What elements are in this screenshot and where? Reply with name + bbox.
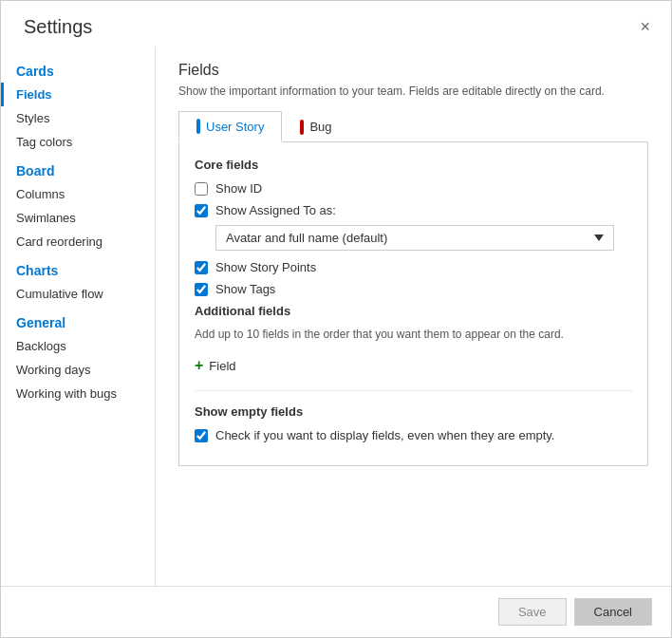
cancel-button[interactable]: Cancel (574, 598, 652, 626)
show-tags-checkbox[interactable] (195, 283, 208, 296)
show-story-points-label: Show Story Points (215, 260, 316, 274)
show-story-points-checkbox[interactable] (195, 261, 208, 274)
add-field-button[interactable]: + Field (195, 354, 236, 377)
sidebar-item-cumulative-flow[interactable]: Cumulative flow (1, 282, 155, 306)
show-id-row: Show ID (195, 181, 632, 196)
show-empty-checkbox[interactable] (195, 429, 208, 442)
tab-user-story-label: User Story (206, 120, 264, 134)
show-empty-desc: Check if you want to display fields, eve… (215, 428, 554, 442)
main-description: Show the important information to your t… (178, 84, 648, 98)
dialog-header: Settings × (1, 1, 671, 47)
dialog-footer: Save Cancel (1, 586, 671, 637)
sidebar-item-columns[interactable]: Columns (1, 182, 155, 206)
settings-dialog: Settings × Cards Fields Styles Tag color… (0, 0, 672, 638)
sidebar-item-backlogs[interactable]: Backlogs (1, 334, 155, 358)
show-empty-row: Check if you want to display fields, eve… (195, 428, 632, 442)
main-content: Fields Show the important information to… (156, 47, 671, 586)
sidebar-item-working-with-bugs[interactable]: Working with bugs (1, 382, 155, 405)
show-id-label: Show ID (215, 181, 262, 196)
sidebar-item-styles[interactable]: Styles (1, 106, 155, 130)
tab-user-story[interactable]: User Story (178, 111, 282, 142)
add-field-label: Field (209, 359, 235, 373)
save-button[interactable]: Save (498, 598, 567, 626)
close-button[interactable]: × (634, 14, 656, 39)
dialog-title: Settings (24, 16, 92, 38)
show-story-points-row: Show Story Points (195, 260, 632, 274)
main-title: Fields (178, 62, 648, 79)
tab-bug[interactable]: Bug (282, 111, 349, 141)
additional-fields-desc: Add up to 10 fields in the order that yo… (195, 328, 632, 341)
bug-indicator (300, 120, 304, 135)
dialog-body: Cards Fields Styles Tag colors Board Col… (1, 47, 671, 586)
show-id-checkbox[interactable] (195, 182, 208, 196)
additional-fields-label: Additional fields (195, 304, 632, 318)
show-assigned-row: Show Assigned To as: (195, 203, 632, 217)
show-assigned-label: Show Assigned To as: (215, 203, 336, 217)
show-empty-label: Show empty fields (195, 404, 632, 419)
sidebar-section-board: Board (1, 154, 155, 182)
sidebar-section-cards: Cards (1, 54, 155, 83)
sidebar-section-charts: Charts (1, 253, 155, 282)
sidebar-item-tag-colors[interactable]: Tag colors (1, 130, 155, 154)
core-fields-label: Core fields (195, 158, 632, 172)
tab-bar: User Story Bug (178, 111, 648, 142)
sidebar-item-swimlanes[interactable]: Swimlanes (1, 206, 155, 230)
tab-bug-label: Bug (309, 120, 331, 134)
sidebar-item-fields[interactable]: Fields (1, 83, 155, 106)
additional-fields-section: Additional fields Add up to 10 fields in… (195, 304, 632, 377)
user-story-indicator (196, 119, 200, 134)
assigned-dropdown-row: Avatar and full name (default) Avatar on… (215, 225, 632, 251)
plus-icon: + (195, 358, 203, 373)
sidebar-item-card-reordering[interactable]: Card reordering (1, 230, 155, 253)
show-assigned-checkbox[interactable] (195, 204, 208, 217)
show-tags-row: Show Tags (195, 282, 632, 296)
fields-panel: Core fields Show ID Show Assigned To as:… (178, 142, 648, 466)
show-tags-label: Show Tags (215, 282, 275, 296)
sidebar-section-general: General (1, 306, 155, 334)
show-empty-section: Show empty fields Check if you want to d… (195, 390, 632, 442)
sidebar: Cards Fields Styles Tag colors Board Col… (1, 47, 156, 586)
assigned-to-dropdown[interactable]: Avatar and full name (default) Avatar on… (215, 225, 614, 251)
sidebar-item-working-days[interactable]: Working days (1, 358, 155, 382)
